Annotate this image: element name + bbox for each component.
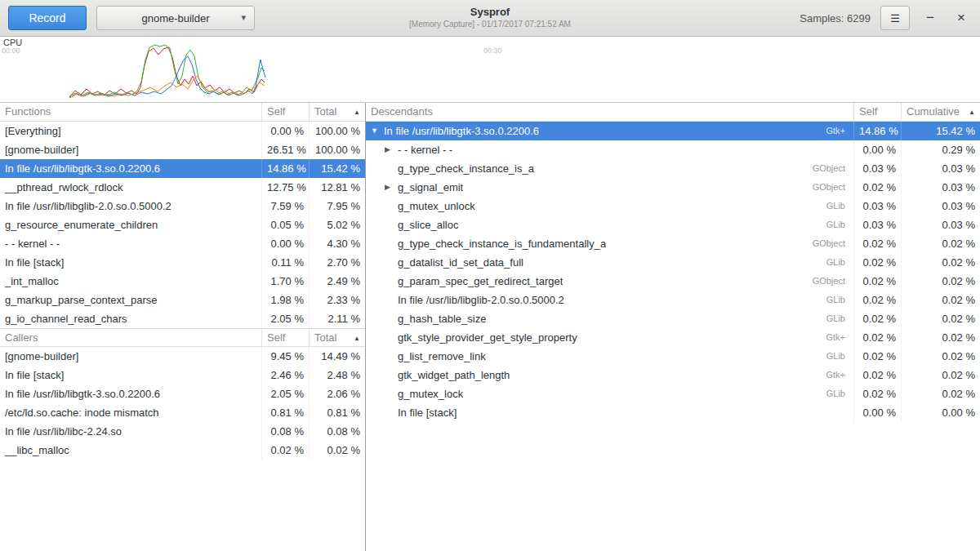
self-percent: 0.00 % <box>854 140 902 159</box>
function-name: _int_malloc <box>0 272 262 291</box>
sysprof-window: Record gnome-builder ▾ Sysprof [Memory C… <box>0 0 980 551</box>
table-row[interactable]: [gnome-builder]9.45 %14.49 % <box>0 347 365 366</box>
table-row[interactable]: g_list_remove_linkGLib0.02 %0.02 % <box>366 347 980 366</box>
sort-indicator-icon: ▲ <box>354 330 360 346</box>
column-header-callers[interactable]: Callers <box>0 329 262 346</box>
table-row[interactable]: In file /usr/lib/libglib-2.0.so.0.5000.2… <box>0 197 365 216</box>
table-row[interactable]: g_type_check_instance_is_aGObject0.03 %0… <box>366 159 980 178</box>
minimize-icon: − <box>926 10 934 25</box>
cumulative-percent: 15.42 % <box>902 122 980 140</box>
table-row[interactable]: g_markup_parse_context_parse1.98 %2.33 % <box>0 291 365 309</box>
total-percent: 2.70 % <box>310 253 365 272</box>
function-name-cell: g_type_check_instance_is_fundamentally_a… <box>366 234 854 253</box>
target-dropdown[interactable]: gnome-builder ▾ <box>96 6 255 30</box>
table-row[interactable]: [Everything]0.00 %100.00 % <box>0 122 365 140</box>
sort-indicator-icon: ▲ <box>969 104 975 121</box>
table-row[interactable]: g_hash_table_sizeGLib0.02 %0.02 % <box>366 309 980 328</box>
table-row[interactable]: - - kernel - -0.00 %4.30 % <box>0 234 365 253</box>
self-percent: 9.45 % <box>262 347 310 366</box>
total-percent: 0.81 % <box>310 403 365 422</box>
table-row[interactable]: g_io_channel_read_chars2.05 %2.11 % <box>0 309 365 328</box>
table-row[interactable]: g_slice_allocGLib0.03 %0.03 % <box>366 216 980 234</box>
function-name: g_slice_alloc <box>398 216 458 234</box>
library-tag: GLib <box>818 216 849 234</box>
function-name: gtk_style_provider_get_style_property <box>398 328 577 347</box>
expander-down-icon[interactable]: ▼ <box>371 122 384 140</box>
table-row[interactable]: g_resource_enumerate_children0.05 %5.02 … <box>0 216 365 234</box>
table-row[interactable]: ▼In file /usr/lib/libgtk-3.so.0.2200.6Gt… <box>366 122 980 140</box>
library-tag: Gtk+ <box>817 366 849 384</box>
function-name-cell: g_mutex_unlockGLib <box>366 197 854 216</box>
self-percent: 14.86 % <box>854 122 902 140</box>
total-percent: 2.49 % <box>310 272 365 291</box>
function-name: g_mutex_unlock <box>398 197 475 216</box>
close-button[interactable]: × <box>951 6 972 30</box>
table-row[interactable]: g_mutex_unlockGLib0.03 %0.03 % <box>366 197 980 216</box>
table-row[interactable]: g_type_check_instance_is_fundamentally_a… <box>366 234 980 253</box>
self-percent: 0.08 % <box>262 422 310 441</box>
self-percent: 0.00 % <box>854 403 902 422</box>
table-row[interactable]: In file [stack]0.11 %2.70 % <box>0 253 365 272</box>
close-icon: × <box>957 10 965 25</box>
table-row[interactable]: In file [stack]2.46 %2.48 % <box>0 366 365 384</box>
cumulative-percent: 0.02 % <box>902 328 980 347</box>
table-row[interactable]: ▶- - kernel - -0.00 %0.29 % <box>366 140 980 159</box>
table-row[interactable]: gtk_style_provider_get_style_propertyGtk… <box>366 328 980 347</box>
table-row[interactable]: In file /usr/lib/libgtk-3.so.0.2200.614.… <box>0 159 365 178</box>
column-header-total[interactable]: Total▲ <box>310 329 365 346</box>
table-row[interactable]: /etc/ld.so.cache: inode mismatch0.81 %0.… <box>0 403 365 422</box>
table-row[interactable]: In file /usr/lib/libglib-2.0.so.0.5000.2… <box>366 291 980 309</box>
cumulative-percent: 0.03 % <box>902 197 980 216</box>
column-header-cumulative[interactable]: Cumulative▲ <box>902 103 980 121</box>
time-tick-start: 00:00 <box>2 47 20 55</box>
table-row[interactable]: g_mutex_lockGLib0.02 %0.02 % <box>366 384 980 403</box>
expander-right-icon[interactable]: ▶ <box>385 140 398 159</box>
self-percent: 0.11 % <box>262 253 310 272</box>
total-percent: 100.00 % <box>310 140 365 159</box>
function-name: [gnome-builder] <box>0 347 262 366</box>
self-percent: 0.02 % <box>854 178 902 197</box>
table-row[interactable]: g_param_spec_get_redirect_targetGObject0… <box>366 272 980 291</box>
cumulative-percent: 0.00 % <box>902 403 980 422</box>
column-header-self[interactable]: Self <box>262 103 310 121</box>
table-row[interactable]: g_datalist_id_set_data_fullGLib0.02 %0.0… <box>366 253 980 272</box>
function-name: g_list_remove_link <box>398 347 486 366</box>
chevron-down-icon: ▾ <box>241 12 246 23</box>
column-header-functions[interactable]: Functions <box>0 103 262 121</box>
table-row[interactable]: In file [stack]0.00 %0.00 % <box>366 403 980 422</box>
table-row[interactable]: gtk_widget_path_lengthGtk+0.02 %0.02 % <box>366 366 980 384</box>
self-percent: 0.02 % <box>854 309 902 328</box>
hamburger-menu-button[interactable]: ☰ <box>880 6 910 30</box>
expander-right-icon[interactable]: ▶ <box>385 178 398 197</box>
column-header-self[interactable]: Self <box>854 103 902 121</box>
library-tag: GObject <box>804 234 849 253</box>
table-row[interactable]: _int_malloc1.70 %2.49 % <box>0 272 365 291</box>
total-percent: 100.00 % <box>310 122 365 140</box>
record-button[interactable]: Record <box>8 6 87 30</box>
self-percent: 1.98 % <box>262 291 310 309</box>
function-name: /etc/ld.so.cache: inode mismatch <box>0 403 262 422</box>
function-name: __libc_malloc <box>0 441 262 460</box>
samples-count: Samples: 6299 <box>800 12 871 24</box>
self-percent: 12.75 % <box>262 178 310 197</box>
self-percent: 0.02 % <box>854 347 902 366</box>
function-name-cell: ▶- - kernel - - <box>366 140 854 159</box>
function-name: In file /usr/lib/libc-2.24.so <box>0 422 262 441</box>
total-percent: 2.06 % <box>310 384 365 403</box>
table-row[interactable]: __libc_malloc0.02 %0.02 % <box>0 441 365 460</box>
table-row[interactable]: ▶g_signal_emitGObject0.02 %0.03 % <box>366 178 980 197</box>
table-row[interactable]: In file /usr/lib/libc-2.24.so0.08 %0.08 … <box>0 422 365 441</box>
table-row[interactable]: In file /usr/lib/libgtk-3.so.0.2200.62.0… <box>0 384 365 403</box>
function-name: g_io_channel_read_chars <box>0 309 262 328</box>
column-header-self[interactable]: Self <box>262 329 310 346</box>
table-row[interactable]: __pthread_rwlock_rdlock12.75 %12.81 % <box>0 178 365 197</box>
function-name: g_type_check_instance_is_a <box>398 159 534 178</box>
table-header-row: FunctionsSelfTotal▲ <box>0 103 365 122</box>
column-header-descendants[interactable]: Descendants <box>366 103 854 121</box>
library-tag: Gtk+ <box>817 328 849 347</box>
cpu-graph[interactable]: CPU 00:00 00:30 <box>0 37 980 102</box>
minimize-button[interactable]: − <box>920 6 941 30</box>
column-header-total[interactable]: Total▲ <box>310 103 365 121</box>
self-percent: 0.81 % <box>262 403 310 422</box>
table-row[interactable]: [gnome-builder]26.51 %100.00 % <box>0 140 365 159</box>
